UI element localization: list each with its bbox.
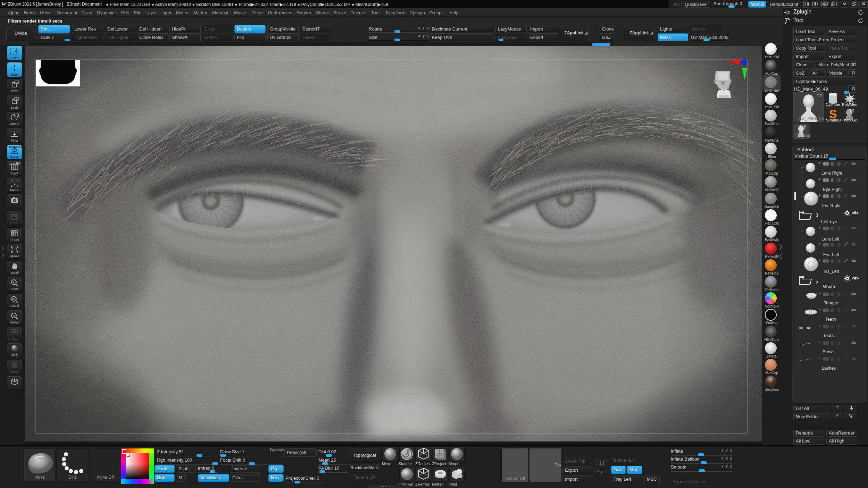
svg-text:x1: x1 — [12, 297, 16, 301]
svg-text:M: M — [15, 81, 18, 84]
svg-text:½: ½ — [13, 314, 15, 318]
svg-text:x y z: x y z — [11, 130, 18, 133]
svg-text:R: R — [16, 114, 18, 117]
svg-text:S: S — [16, 98, 18, 101]
